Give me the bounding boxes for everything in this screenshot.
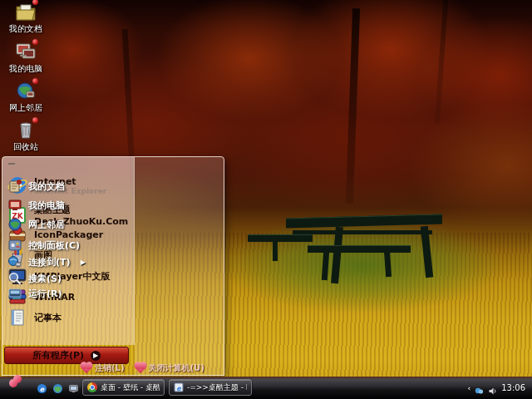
start-menu-footer: 注销(L) 关闭计算机(U) bbox=[82, 362, 204, 374]
start-item-label: 连接到(T) bbox=[28, 256, 71, 268]
recycle-bin-icon bbox=[15, 120, 37, 140]
desktop-icon-label: 回收站 bbox=[3, 141, 48, 153]
start-button[interactable] bbox=[8, 379, 37, 397]
start-item-connect-to[interactable]: 连接到(T) ▶ bbox=[7, 254, 91, 269]
task-label: -=>>桌酷主题 - Mic... bbox=[187, 382, 247, 393]
heart-icon bbox=[135, 363, 145, 374]
arrow-right-icon: ▶ bbox=[91, 351, 101, 361]
submenu-arrow-icon: ▶ bbox=[81, 259, 86, 266]
search-icon bbox=[7, 271, 22, 286]
notepad-icon bbox=[7, 308, 27, 328]
ie-document-icon: e bbox=[174, 380, 184, 396]
taskbar: e » 桌面 - 壁纸 - 桌酷壁.. bbox=[0, 377, 532, 399]
desktop-icon-label: 网上邻居 bbox=[3, 102, 48, 114]
desktop-icon-network-places[interactable]: 网上邻居 bbox=[3, 81, 48, 114]
tray-collapse-chevron-icon[interactable]: ‹ bbox=[467, 384, 470, 392]
network-places-icon bbox=[7, 217, 22, 232]
tree-trunk bbox=[435, 0, 448, 125]
all-programs-button[interactable]: 所有程序(P) ▶ bbox=[4, 347, 129, 364]
start-item-control-panel[interactable]: 控制面板(C) bbox=[7, 238, 91, 253]
task-label: 桌面 - 壁纸 - 桌酷壁... bbox=[101, 382, 160, 393]
start-menu: e Internet Internet Explorer ZK 桌酷主题Desk… bbox=[2, 156, 224, 376]
my-computer-icon bbox=[7, 198, 22, 213]
volume-tray-icon[interactable] bbox=[488, 383, 497, 392]
menu-handle-dash bbox=[8, 163, 15, 165]
system-tray: ‹ 13:06 bbox=[467, 377, 532, 399]
start-item-run[interactable]: 运行(R) bbox=[7, 286, 91, 301]
start-item-my-documents[interactable]: 我的文档 bbox=[7, 179, 91, 194]
shutdown-label: 关闭计算机(U) bbox=[149, 362, 204, 374]
computer-icon bbox=[15, 42, 37, 62]
connect-to-icon bbox=[7, 254, 22, 269]
start-item-my-computer[interactable]: 我的电脑 bbox=[7, 198, 91, 213]
start-item-search[interactable]: 搜索(S) bbox=[7, 271, 91, 286]
bench-seat-left bbox=[248, 234, 313, 242]
red-ribbon-decoration bbox=[32, 0, 38, 5]
tree-trunk bbox=[346, 8, 360, 204]
desktop-icon-recycle-bin[interactable]: 回收站 bbox=[3, 120, 48, 153]
documents-folder-icon bbox=[15, 2, 37, 22]
log-off-button[interactable]: 注销(L) bbox=[82, 362, 125, 374]
taskbar-task-wallpaper[interactable]: 桌面 - 壁纸 - 桌酷壁... bbox=[82, 379, 165, 396]
start-item-label: 运行(R) bbox=[28, 288, 62, 300]
red-ribbon-decoration bbox=[32, 78, 38, 84]
start-menu-right-pane bbox=[135, 157, 224, 375]
start-item-notepad[interactable]: 记事本 bbox=[7, 308, 131, 328]
browser-colorful-icon bbox=[87, 382, 97, 392]
start-item-label: 网上邻居 bbox=[28, 219, 65, 231]
red-ribbon-decoration bbox=[32, 39, 38, 45]
quick-launch-bar: e » bbox=[37, 382, 89, 392]
log-off-label: 注销(L) bbox=[95, 362, 125, 374]
start-item-network-places[interactable]: 网上邻居 bbox=[7, 217, 91, 232]
my-documents-icon bbox=[7, 179, 22, 194]
svg-text:e: e bbox=[40, 386, 45, 393]
start-item-label: 我的文档 bbox=[28, 180, 65, 193]
ie-quicklaunch-icon[interactable]: e bbox=[37, 382, 47, 392]
start-item-label: 控制面板(C) bbox=[28, 239, 80, 252]
messenger-tray-icon[interactable] bbox=[475, 383, 484, 392]
taskbar-clock[interactable]: 13:06 bbox=[501, 383, 525, 392]
desktop-icon-my-computer[interactable]: 我的电脑 bbox=[3, 42, 48, 75]
all-programs-label: 所有程序(P) bbox=[32, 349, 84, 362]
taskbar-task-zhuoku-theme[interactable]: e -=>>桌酷主题 - Mic... bbox=[169, 379, 252, 396]
desktop-icon-label: 我的电脑 bbox=[3, 63, 48, 75]
start-item-label: 我的电脑 bbox=[28, 200, 65, 212]
start-item-label: 记事本 bbox=[34, 312, 62, 324]
red-ribbon-decoration bbox=[32, 117, 38, 123]
run-icon bbox=[7, 286, 22, 301]
shutdown-button[interactable]: 关闭计算机(U) bbox=[136, 362, 204, 374]
bench-leg bbox=[273, 239, 278, 261]
start-item-label: 搜索(S) bbox=[28, 273, 62, 285]
media-quicklaunch-icon[interactable] bbox=[68, 382, 79, 392]
heart-icon bbox=[81, 363, 92, 374]
desktop-screen: 我的文档 我的电脑 网上邻居 bbox=[0, 0, 532, 399]
picnic-table-rail bbox=[293, 230, 432, 234]
svg-text:e: e bbox=[176, 384, 181, 392]
desktop-quicklaunch-icon[interactable] bbox=[52, 382, 63, 392]
network-globe-icon bbox=[15, 81, 37, 101]
desktop-icon-label: 我的文档 bbox=[3, 23, 48, 35]
desktop-icon-my-documents[interactable]: 我的文档 bbox=[3, 2, 48, 35]
control-panel-icon bbox=[7, 238, 22, 253]
